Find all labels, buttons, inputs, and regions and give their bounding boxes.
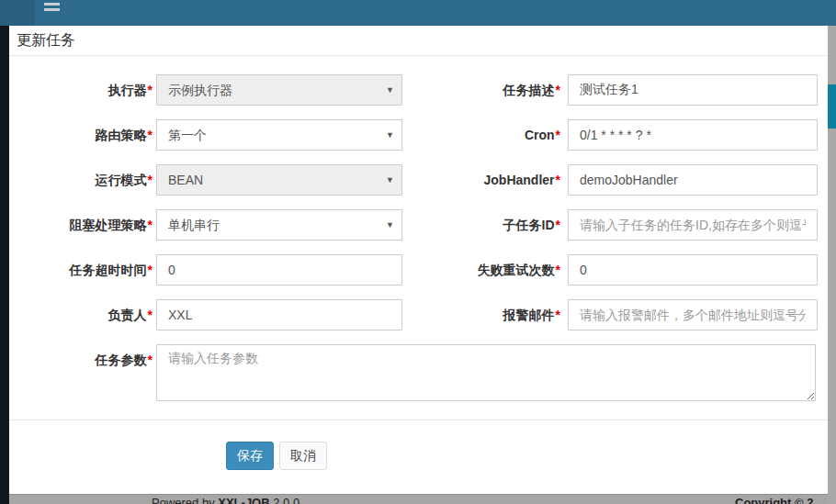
sidebar-strip xyxy=(0,26,9,504)
required-mark: * xyxy=(556,83,560,97)
required-mark: * xyxy=(148,83,153,97)
fail-retry-label: 失败重试次数* xyxy=(404,263,560,279)
author-label: 负责人* xyxy=(9,308,153,324)
logo-area xyxy=(0,0,35,26)
cancel-button[interactable]: 取消 xyxy=(279,442,327,470)
required-mark: * xyxy=(148,128,153,142)
required-mark: * xyxy=(556,218,560,232)
cron-label: Cron* xyxy=(404,128,560,142)
chevron-down-icon: ▼ xyxy=(386,75,394,105)
route-strategy-label: 路由策略* xyxy=(9,128,153,144)
glue-type-label: 运行模式* xyxy=(9,173,153,189)
modal-title: 更新任务 xyxy=(17,31,75,50)
block-strategy-label: 阻塞处理策略* xyxy=(9,218,153,234)
timeout-input[interactable] xyxy=(156,254,402,286)
job-desc-input[interactable] xyxy=(568,74,818,106)
save-button[interactable]: 保存 xyxy=(226,442,274,470)
top-navbar xyxy=(0,0,836,26)
chevron-down-icon: ▼ xyxy=(386,210,394,240)
jobhandler-input[interactable] xyxy=(568,164,818,196)
scrollbar-thumb[interactable] xyxy=(828,84,836,129)
required-mark: * xyxy=(148,218,153,232)
timeout-label: 任务超时时间* xyxy=(9,263,153,279)
job-param-label: 任务参数* xyxy=(9,353,153,369)
required-mark: * xyxy=(556,308,560,322)
alarm-email-input[interactable] xyxy=(568,299,818,330)
child-jobid-input[interactable] xyxy=(568,209,818,241)
job-param-textarea[interactable] xyxy=(156,344,816,401)
update-job-modal: 更新任务 执行器* 示例执行器 ▼ 任务描述* 路由策略* 第一个 ▼ Cron… xyxy=(9,26,828,494)
required-mark: * xyxy=(556,173,560,187)
required-mark: * xyxy=(148,263,153,277)
footer-divider xyxy=(9,420,828,420)
brand-name: XXL-JOB xyxy=(218,496,269,504)
required-mark: * xyxy=(148,308,153,322)
hamburger-icon[interactable] xyxy=(44,0,60,14)
screen: 更新任务 执行器* 示例执行器 ▼ 任务描述* 路由策略* 第一个 ▼ Cron… xyxy=(0,0,836,504)
page-footer: Powered by XXL-JOB 2.0.0 Copyright © 2 xyxy=(9,494,828,504)
glue-type-select: BEAN ▼ xyxy=(156,164,402,196)
chevron-down-icon: ▼ xyxy=(386,120,394,150)
author-input[interactable] xyxy=(156,299,402,330)
required-mark: * xyxy=(148,353,153,367)
copyright-text: Copyright © 2 xyxy=(735,496,813,504)
block-strategy-select[interactable]: 单机串行 ▼ xyxy=(156,209,402,241)
jobhandler-label: JobHandler* xyxy=(404,173,560,187)
executor-select: 示例执行器 ▼ xyxy=(156,74,402,106)
cron-input[interactable] xyxy=(568,119,818,151)
child-jobid-label: 子任务ID* xyxy=(404,218,560,234)
executor-label: 执行器* xyxy=(9,83,153,99)
powered-by-text: Powered by XXL-JOB 2.0.0 xyxy=(152,496,299,504)
required-mark: * xyxy=(556,128,560,142)
header-divider xyxy=(9,55,828,56)
fail-retry-input[interactable] xyxy=(568,254,818,286)
required-mark: * xyxy=(148,173,153,187)
required-mark: * xyxy=(556,263,560,277)
job-desc-label: 任务描述* xyxy=(404,83,560,99)
route-strategy-select[interactable]: 第一个 ▼ xyxy=(156,119,402,151)
chevron-down-icon: ▼ xyxy=(386,165,394,195)
alarm-email-label: 报警邮件* xyxy=(404,308,560,324)
